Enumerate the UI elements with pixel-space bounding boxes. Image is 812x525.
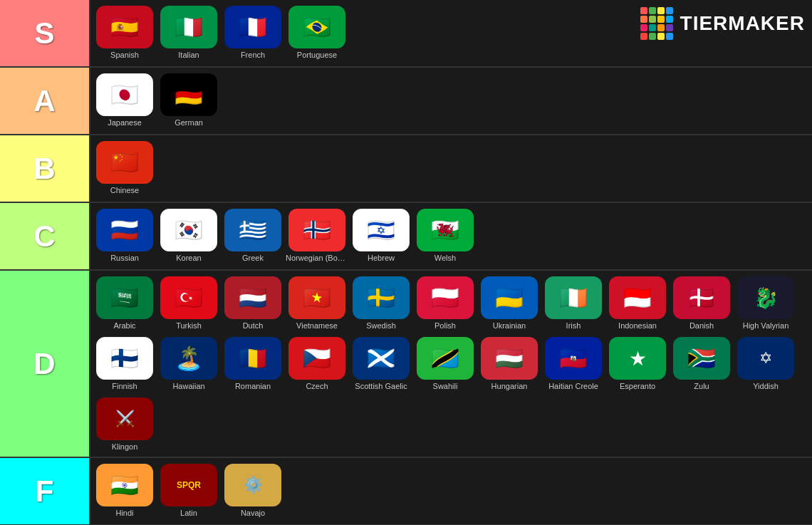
- tier-row-a: A 🇯🇵 Japanese 🇩🇪 German: [0, 68, 812, 135]
- list-item[interactable]: 🇪🇸 Spanish: [93, 3, 156, 62]
- lang-name: Yiddish: [753, 382, 779, 390]
- tier-label-a: A: [0, 68, 89, 134]
- list-item[interactable]: ★ Esperanto: [606, 334, 669, 393]
- lang-name: Latin: [180, 509, 197, 517]
- tier-label-d: D: [0, 271, 89, 457]
- tier-items-f: 🇮🇳 Hindi SPQR Latin ⚙️ Navajo: [89, 458, 812, 524]
- lang-name: Norwegian (Bokmål): [286, 254, 348, 262]
- lang-name: Irish: [566, 321, 581, 330]
- logo-title: TiERMAKER: [680, 12, 805, 35]
- list-item[interactable]: 🇭🇺 Hungarian: [478, 334, 541, 393]
- lang-name: Ukrainian: [493, 321, 526, 330]
- lang-name: Scottish Gaelic: [355, 382, 407, 390]
- lang-name: Hindi: [115, 509, 133, 517]
- tier-items-a: 🇯🇵 Japanese 🇩🇪 German: [89, 68, 812, 134]
- lang-name: Swahili: [433, 382, 458, 390]
- list-item[interactable]: 🇿🇦 Zulu: [670, 334, 733, 393]
- lang-name: Swedish: [366, 321, 396, 330]
- list-item[interactable]: 🇧🇻 Norwegian (Bokmål): [286, 206, 348, 265]
- tier-row-b: B 🇨🇳 Chinese: [0, 135, 812, 203]
- list-item[interactable]: 🇨🇿 Czech: [286, 334, 348, 393]
- lang-name: German: [175, 118, 203, 127]
- lang-name: Hungarian: [491, 382, 528, 390]
- list-item[interactable]: ⚙️ Navajo: [222, 461, 284, 520]
- list-item[interactable]: 🇫🇷 French: [222, 3, 284, 62]
- lang-name: Indonesian: [618, 321, 657, 330]
- tier-items-d: 🇸🇦 Arabic 🇹🇷 Turkish 🇳🇱 Dutch 🇻🇳 Vietnam…: [89, 271, 812, 457]
- list-item[interactable]: 🇨🇳 Chinese: [93, 138, 156, 197]
- list-item[interactable]: 🇸🇪 Swedish: [350, 274, 412, 333]
- list-item[interactable]: 🇩🇪 German: [157, 71, 220, 130]
- tier-row-d: D 🇸🇦 Arabic 🇹🇷 Turkish 🇳🇱 Dutch 🇻🇳 Vietn…: [0, 271, 812, 458]
- list-item[interactable]: 🇭🇹 Haitian Creole: [542, 334, 605, 393]
- list-item[interactable]: 🇹🇿 Swahili: [414, 334, 477, 393]
- list-item[interactable]: 🇯🇵 Japanese: [93, 71, 156, 130]
- lang-name: Korean: [176, 254, 201, 262]
- lang-name: Welsh: [434, 254, 456, 262]
- list-item[interactable]: 🏴󠁧󠁢󠁳󠁣󠁴󠁿 Scottish Gaelic: [350, 334, 412, 393]
- lang-name: Turkish: [176, 321, 202, 330]
- list-item[interactable]: 🇷🇺 Russian: [93, 206, 156, 265]
- list-item[interactable]: 🇮🇪 Irish: [542, 274, 605, 333]
- logo-grid: [640, 7, 673, 40]
- lang-name: Czech: [306, 382, 328, 390]
- lang-name: French: [241, 51, 265, 59]
- lang-name: Japanese: [108, 118, 142, 127]
- lang-name: Danish: [689, 321, 714, 330]
- lang-name: Romanian: [235, 382, 271, 390]
- lang-name: Klingon: [112, 442, 138, 451]
- tiermaker-logo: TiERMAKER: [640, 7, 805, 40]
- list-item[interactable]: 🇧🇷 Portuguese: [286, 3, 348, 62]
- lang-name: Polish: [434, 321, 456, 330]
- lang-name: Spanish: [110, 51, 139, 59]
- list-item[interactable]: 🐉 High Valyrian: [734, 274, 797, 333]
- tier-items-b: 🇨🇳 Chinese: [89, 135, 812, 202]
- list-item[interactable]: 🇻🇳 Vietnamese: [286, 274, 348, 333]
- list-item[interactable]: 🇩🇰 Danish: [670, 274, 733, 333]
- list-item[interactable]: 🇮🇳 Hindi: [93, 461, 156, 520]
- list-item[interactable]: 🇷🇴 Romanian: [222, 334, 284, 393]
- list-item[interactable]: 🇵🇱 Polish: [414, 274, 477, 333]
- lang-name: High Valyrian: [743, 321, 789, 330]
- lang-name: Russian: [110, 254, 139, 262]
- lang-name: Vietnamese: [296, 321, 338, 330]
- lang-name: Portuguese: [297, 51, 337, 59]
- list-item[interactable]: 🇮🇩 Indonesian: [606, 274, 669, 333]
- list-item[interactable]: SPQR Latin: [157, 461, 220, 520]
- lang-name: Greek: [242, 254, 264, 262]
- lang-name: Navajo: [241, 509, 265, 517]
- lang-name: Chinese: [110, 186, 139, 194]
- list-item[interactable]: ⚔️ Klingon: [93, 395, 156, 454]
- tier-row-c: C 🇷🇺 Russian 🇰🇷 Korean 🇬🇷 Greek 🇧🇻 Norwe…: [0, 203, 812, 271]
- list-item[interactable]: 🇳🇱 Dutch: [222, 274, 284, 333]
- lang-name: Hawaiian: [172, 382, 204, 390]
- list-item[interactable]: 🇹🇷 Turkish: [157, 274, 220, 333]
- lang-name: Haitian Creole: [548, 382, 598, 390]
- tier-label-f: F: [0, 458, 89, 524]
- list-item[interactable]: 🇬🇷 Greek: [222, 206, 284, 265]
- lang-name: Italian: [178, 51, 199, 59]
- list-item[interactable]: 🏝️ Hawaiian: [157, 334, 220, 393]
- tier-label-s: S: [0, 0, 89, 66]
- list-item[interactable]: ✡ Yiddish: [734, 334, 797, 393]
- list-item[interactable]: 🇫🇮 Finnish: [93, 334, 156, 393]
- list-item[interactable]: 🇸🇦 Arabic: [93, 274, 156, 333]
- tier-label-c: C: [0, 203, 89, 269]
- list-item[interactable]: 🇮🇱 Hebrew: [350, 206, 412, 265]
- lang-name: Esperanto: [620, 382, 655, 390]
- lang-name: Dutch: [243, 321, 264, 330]
- lang-name: Zulu: [694, 382, 709, 390]
- tier-container: S 🇪🇸 Spanish 🇮🇹 Italian 🇫🇷 French 🇧🇷 Por…: [0, 0, 812, 525]
- lang-name: Arabic: [113, 321, 135, 330]
- list-item[interactable]: 🇮🇹 Italian: [157, 3, 220, 62]
- tier-row-f: F 🇮🇳 Hindi SPQR Latin ⚙️ Navajo: [0, 458, 812, 525]
- list-item[interactable]: 🏴󠁧󠁢󠁷󠁬󠁳󠁿 Welsh: [414, 206, 477, 265]
- list-item[interactable]: 🇰🇷 Korean: [157, 206, 220, 265]
- tier-items-c: 🇷🇺 Russian 🇰🇷 Korean 🇬🇷 Greek 🇧🇻 Norwegi…: [89, 203, 812, 269]
- list-item[interactable]: 🇺🇦 Ukrainian: [478, 274, 541, 333]
- tier-label-b: B: [0, 135, 89, 202]
- lang-name: Finnish: [112, 382, 137, 390]
- lang-name: Hebrew: [368, 254, 395, 262]
